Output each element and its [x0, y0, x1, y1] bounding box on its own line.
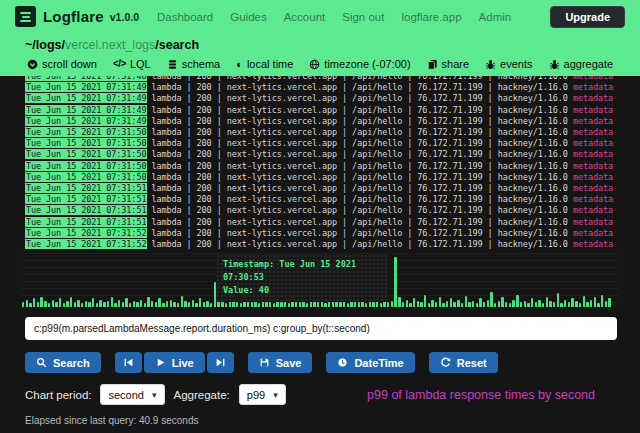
- upgrade-button[interactable]: Upgrade: [550, 6, 625, 28]
- histogram-bar[interactable]: [188, 302, 190, 307]
- metadata-link[interactable]: metadata: [573, 239, 613, 249]
- nav-item-logflare-app[interactable]: logflare.app: [401, 11, 461, 23]
- histogram-bar[interactable]: [571, 298, 573, 307]
- histogram-bar[interactable]: [136, 302, 138, 307]
- histogram-bar[interactable]: [199, 298, 201, 307]
- histogram-bar[interactable]: [192, 300, 194, 308]
- metadata-link[interactable]: metadata: [573, 172, 613, 182]
- histogram-bar[interactable]: [501, 297, 503, 307]
- histogram-bar[interactable]: [170, 300, 172, 308]
- histogram-bar[interactable]: [70, 297, 72, 307]
- histogram-bar[interactable]: [605, 301, 607, 307]
- histogram-bar[interactable]: [26, 300, 28, 308]
- metadata-link[interactable]: metadata: [573, 116, 613, 126]
- metadata-link[interactable]: metadata: [573, 82, 613, 92]
- histogram-bar[interactable]: [133, 301, 135, 307]
- histogram-bar[interactable]: [166, 301, 168, 307]
- metadata-link[interactable]: metadata: [573, 76, 613, 81]
- histogram-bar[interactable]: [236, 302, 238, 307]
- histogram-bar[interactable]: [107, 301, 109, 307]
- histogram-bar[interactable]: [44, 301, 46, 307]
- histogram-bar[interactable]: [564, 300, 566, 308]
- histogram-bar[interactable]: [173, 302, 175, 307]
- histogram-bar[interactable]: [394, 257, 396, 307]
- histogram-bar[interactable]: [450, 298, 452, 307]
- histogram-bar[interactable]: [306, 303, 308, 307]
- histogram-bar[interactable]: [509, 303, 511, 307]
- histogram-bar[interactable]: [129, 303, 131, 307]
- chart-period-select[interactable]: second ▾: [100, 384, 164, 405]
- histogram-bar[interactable]: [339, 302, 341, 307]
- histogram-bar[interactable]: [184, 301, 186, 307]
- histogram-bar[interactable]: [96, 303, 98, 307]
- metadata-link[interactable]: metadata: [573, 161, 613, 171]
- toolbar-item-aggregate[interactable]: aggregate: [549, 58, 614, 70]
- histogram-bar[interactable]: [520, 302, 522, 307]
- histogram-bar[interactable]: [538, 300, 540, 308]
- histogram-bar[interactable]: [225, 303, 227, 307]
- histogram-bar[interactable]: [457, 300, 459, 308]
- nav-item-account[interactable]: Account: [284, 11, 326, 23]
- histogram-bar[interactable]: [553, 302, 555, 307]
- histogram-bar[interactable]: [52, 300, 54, 308]
- histogram-bar[interactable]: [347, 303, 349, 307]
- histogram-bar[interactable]: [40, 297, 42, 307]
- skip-forward-button[interactable]: [207, 352, 234, 373]
- histogram-bar[interactable]: [424, 295, 426, 308]
- histogram-bar[interactable]: [37, 302, 39, 307]
- histogram-bar[interactable]: [85, 301, 87, 307]
- skip-back-button[interactable]: [115, 352, 142, 373]
- histogram-bar[interactable]: [535, 302, 537, 307]
- metadata-link[interactable]: metadata: [573, 205, 613, 215]
- histogram-bar[interactable]: [524, 301, 526, 307]
- toolbar-item-lql[interactable]: </>LQL: [113, 58, 151, 70]
- histogram-bar[interactable]: [299, 302, 301, 307]
- histogram-bar[interactable]: [435, 302, 437, 307]
- histogram-bar[interactable]: [114, 303, 116, 307]
- histogram-bar[interactable]: [575, 301, 577, 307]
- histogram-bar[interactable]: [144, 303, 146, 307]
- histogram-bar[interactable]: [601, 295, 603, 308]
- histogram-bar[interactable]: [324, 303, 326, 307]
- histogram-bar[interactable]: [406, 300, 408, 308]
- histogram-bar[interactable]: [181, 296, 183, 307]
- histogram-bar[interactable]: [512, 300, 514, 308]
- histogram-bar[interactable]: [527, 303, 529, 307]
- histogram-bar[interactable]: [380, 303, 382, 307]
- histogram-bar[interactable]: [387, 302, 389, 307]
- histogram-bar[interactable]: [498, 301, 500, 307]
- histogram-bar[interactable]: [391, 301, 393, 307]
- histogram-bar[interactable]: [608, 298, 610, 307]
- histogram-bar[interactable]: [118, 300, 120, 308]
- nav-item-admin[interactable]: Admin: [479, 11, 512, 23]
- toolbar-item-schema[interactable]: schema: [167, 58, 221, 70]
- histogram-bar[interactable]: [158, 298, 160, 307]
- toolbar-item-local-time[interactable]: ◐local time: [236, 58, 293, 70]
- histogram-bar[interactable]: [206, 301, 208, 307]
- histogram-bar[interactable]: [111, 297, 113, 307]
- histogram-bar[interactable]: [22, 302, 24, 307]
- histogram-bar[interactable]: [372, 302, 374, 307]
- nav-item-dashboard[interactable]: Dashboard: [157, 11, 213, 23]
- histogram-bar[interactable]: [446, 301, 448, 307]
- histogram-bar[interactable]: [472, 301, 474, 307]
- histogram-bar[interactable]: [269, 302, 271, 307]
- histogram-bar[interactable]: [317, 302, 319, 307]
- histogram-bar[interactable]: [420, 302, 422, 307]
- toolbar-item-scroll-down[interactable]: scroll down: [27, 58, 97, 70]
- histogram-bar[interactable]: [99, 300, 101, 308]
- reset-button[interactable]: Reset: [429, 352, 498, 373]
- datetime-button[interactable]: DateTime: [326, 352, 414, 373]
- live-button[interactable]: Live: [144, 352, 205, 373]
- histogram-bar[interactable]: [33, 298, 35, 307]
- histogram-bar[interactable]: [77, 300, 79, 308]
- histogram-bar[interactable]: [365, 303, 367, 307]
- histogram-bar[interactable]: [103, 302, 105, 307]
- histogram-bar[interactable]: [273, 303, 275, 307]
- histogram-bar[interactable]: [490, 292, 492, 307]
- histogram-bar[interactable]: [409, 303, 411, 307]
- histogram-bar[interactable]: [549, 301, 551, 307]
- metadata-link[interactable]: metadata: [573, 217, 613, 227]
- histogram-bar[interactable]: [59, 298, 61, 307]
- histogram-bar[interactable]: [288, 303, 290, 307]
